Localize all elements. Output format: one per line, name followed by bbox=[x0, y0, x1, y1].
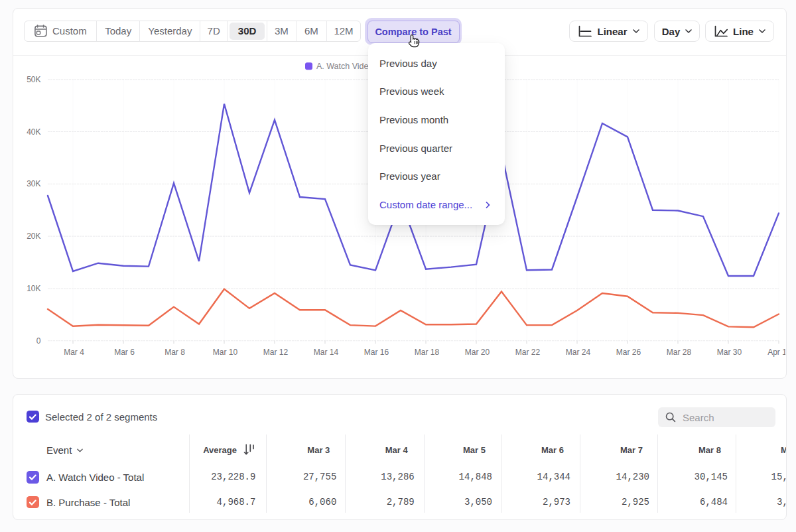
svg-text:Mar 20: Mar 20 bbox=[465, 348, 490, 357]
svg-text:40K: 40K bbox=[27, 127, 40, 137]
svg-text:Mar 8: Mar 8 bbox=[165, 348, 185, 357]
svg-text:Mar 28: Mar 28 bbox=[667, 348, 692, 357]
svg-text:Mar 18: Mar 18 bbox=[415, 348, 440, 357]
svg-text:Mar 4: Mar 4 bbox=[64, 348, 84, 357]
svg-text:30K: 30K bbox=[27, 179, 40, 188]
svg-text:A. Watch Video: A. Watch Video bbox=[316, 62, 373, 71]
svg-text:Mar 12: Mar 12 bbox=[263, 348, 289, 357]
svg-text:Apr 1: Apr 1 bbox=[767, 348, 785, 357]
svg-text:20K: 20K bbox=[27, 232, 40, 241]
svg-text:Mar 30: Mar 30 bbox=[717, 348, 742, 357]
svg-text:Mar 22: Mar 22 bbox=[515, 348, 541, 357]
svg-text:0: 0 bbox=[36, 336, 41, 346]
svg-text:10K: 10K bbox=[27, 284, 40, 293]
svg-text:Mar 14: Mar 14 bbox=[314, 348, 339, 357]
svg-text:Mar 6: Mar 6 bbox=[114, 348, 135, 357]
svg-text:Mar 10: Mar 10 bbox=[213, 348, 238, 357]
svg-text:Mar 16: Mar 16 bbox=[364, 348, 389, 357]
svg-text:Mar 24: Mar 24 bbox=[566, 348, 591, 357]
svg-text:Mar 26: Mar 26 bbox=[616, 348, 641, 357]
svg-text:50K: 50K bbox=[27, 75, 40, 84]
